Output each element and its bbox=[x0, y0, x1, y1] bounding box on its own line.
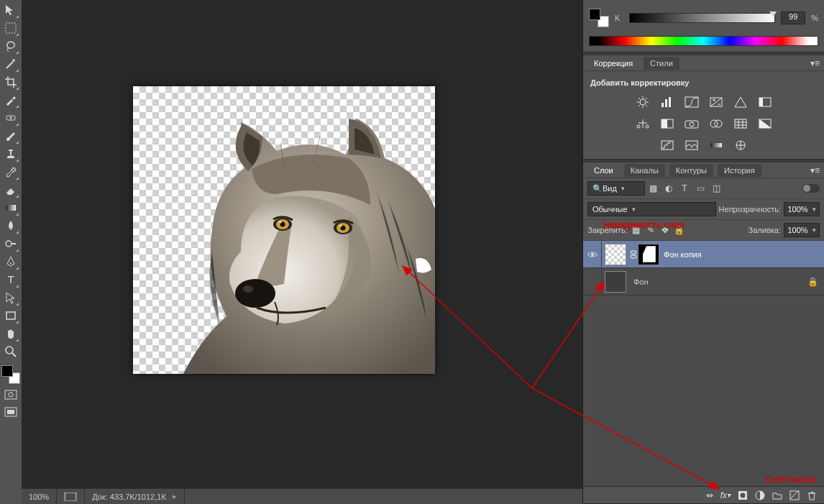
doc-info[interactable]: Док: 433,7K/1012,1K▸ bbox=[85, 489, 185, 504]
channel-mixer-icon[interactable] bbox=[707, 116, 725, 132]
posterize-icon[interactable] bbox=[658, 137, 677, 153]
filter-pixel-icon[interactable]: ▩ bbox=[648, 183, 658, 193]
move-tool[interactable] bbox=[2, 1, 19, 19]
curves-icon[interactable] bbox=[682, 94, 701, 110]
k-slider[interactable] bbox=[629, 13, 775, 23]
layer-thumb[interactable] bbox=[605, 244, 626, 265]
add-mask-icon[interactable] bbox=[738, 490, 748, 500]
color-panel-swatches[interactable] bbox=[589, 9, 609, 27]
layer-filter-kind[interactable]: 🔍 Вид bbox=[587, 181, 645, 196]
selective-color-icon[interactable] bbox=[731, 137, 750, 153]
svg-point-5 bbox=[6, 241, 12, 247]
foreground-color-swatch[interactable] bbox=[1, 365, 13, 377]
opacity-value[interactable]: 100% bbox=[784, 202, 820, 216]
quickmask-toggle[interactable] bbox=[2, 388, 19, 401]
vibrance-icon[interactable] bbox=[731, 94, 750, 110]
layer-name[interactable]: Фон bbox=[633, 278, 649, 286]
screenmode-toggle[interactable] bbox=[2, 406, 19, 418]
tab-styles[interactable]: Стили bbox=[644, 57, 679, 70]
filmstrip-toggle[interactable] bbox=[57, 489, 85, 504]
tab-correction[interactable]: Коррекция bbox=[587, 57, 639, 70]
visibility-toggle[interactable] bbox=[583, 268, 602, 295]
panel-menu-icon[interactable]: ▾≡ bbox=[810, 165, 820, 175]
dodge-tool[interactable] bbox=[2, 235, 19, 252]
exposure-icon[interactable] bbox=[707, 94, 725, 110]
filter-type-icon[interactable]: T bbox=[679, 183, 690, 193]
blur-tool[interactable] bbox=[2, 217, 19, 234]
zoom-tool[interactable] bbox=[2, 343, 19, 360]
clone-stamp-tool[interactable] bbox=[2, 145, 19, 162]
spectrum-ramp[interactable] bbox=[589, 36, 818, 46]
gradient-map-icon[interactable] bbox=[707, 137, 725, 153]
canvas-area[interactable] bbox=[22, 0, 582, 488]
filter-shape-icon[interactable]: ▭ bbox=[695, 183, 705, 193]
fx-icon[interactable]: fx▾ bbox=[720, 490, 731, 500]
brightness-icon[interactable] bbox=[633, 94, 652, 110]
gradient-tool[interactable] bbox=[2, 199, 19, 216]
crop-tool[interactable] bbox=[2, 73, 19, 91]
link-layers-icon[interactable]: ⇔ bbox=[706, 490, 713, 500]
delete-layer-icon[interactable] bbox=[807, 490, 817, 500]
k-value[interactable]: 99 bbox=[781, 12, 805, 24]
tab-layers[interactable]: Слои bbox=[587, 164, 620, 177]
panel-menu-icon[interactable]: ▾≡ bbox=[810, 58, 820, 68]
layer-mask-thumb[interactable] bbox=[638, 244, 659, 265]
new-adjustment-icon[interactable] bbox=[755, 490, 765, 500]
svg-rect-43 bbox=[662, 119, 667, 128]
layer-row-fon[interactable]: Фон 🔒 bbox=[583, 268, 824, 295]
photo-filter-icon[interactable] bbox=[682, 116, 701, 132]
eraser-tool[interactable] bbox=[2, 181, 19, 198]
blend-mode-select[interactable]: Обычные bbox=[587, 202, 716, 216]
fill-value[interactable]: 100% bbox=[784, 223, 820, 237]
lock-all-icon[interactable]: 🔒 bbox=[674, 224, 685, 236]
invert-icon[interactable] bbox=[756, 116, 774, 132]
new-group-icon[interactable] bbox=[772, 490, 782, 500]
history-brush-tool[interactable] bbox=[2, 163, 19, 180]
type-tool[interactable]: T bbox=[2, 271, 19, 288]
color-swatches[interactable] bbox=[1, 365, 20, 384]
lock-label: Закрепить: bbox=[587, 226, 628, 234]
hand-tool[interactable] bbox=[2, 325, 19, 342]
lasso-tool[interactable] bbox=[2, 37, 19, 55]
tab-paths[interactable]: Контуры bbox=[669, 164, 713, 177]
path-select-tool[interactable] bbox=[2, 289, 19, 306]
color-lookup-icon[interactable] bbox=[731, 116, 750, 132]
shape-tool[interactable] bbox=[2, 307, 19, 324]
layer-filter-icons: ▩ ◐ T ▭ ◫ bbox=[648, 183, 721, 193]
magic-wand-tool[interactable] bbox=[2, 55, 19, 73]
brush-tool[interactable] bbox=[2, 127, 19, 145]
levels-icon[interactable] bbox=[658, 94, 677, 110]
threshold-icon[interactable] bbox=[682, 137, 701, 153]
percent-label: % bbox=[811, 14, 818, 22]
filter-adjust-icon[interactable]: ◐ bbox=[664, 183, 674, 193]
layer-name[interactable]: Фон копия bbox=[664, 250, 702, 259]
healing-brush-tool[interactable] bbox=[2, 109, 19, 127]
zoom-level[interactable]: 100% bbox=[22, 489, 57, 504]
lock-transparency-icon[interactable]: ▦ bbox=[631, 224, 642, 236]
svg-rect-10 bbox=[5, 390, 17, 399]
bw-icon[interactable] bbox=[658, 116, 677, 132]
svg-rect-60 bbox=[790, 491, 799, 500]
tab-history[interactable]: История bbox=[718, 164, 761, 177]
layer-thumb[interactable] bbox=[605, 271, 626, 293]
filter-smart-icon[interactable]: ◫ bbox=[711, 183, 721, 193]
svg-rect-4 bbox=[6, 205, 16, 211]
marquee-tool[interactable] bbox=[2, 19, 19, 37]
status-bar: 100% Док: 433,7K/1012,1K▸ bbox=[22, 488, 582, 504]
mask-link-icon[interactable] bbox=[629, 250, 638, 259]
document-window[interactable] bbox=[133, 86, 435, 374]
filter-toggle[interactable] bbox=[802, 184, 820, 193]
lock-position-icon[interactable]: ✥ bbox=[659, 224, 671, 236]
visibility-toggle[interactable] bbox=[583, 241, 602, 267]
svg-line-30 bbox=[646, 105, 647, 106]
hue-sat-icon[interactable] bbox=[756, 94, 774, 110]
tab-channels[interactable]: Каналы bbox=[624, 164, 665, 177]
lock-pixels-icon[interactable]: ✎ bbox=[645, 224, 656, 236]
eyedropper-tool[interactable] bbox=[2, 91, 19, 109]
layer-row-fon-copy[interactable]: Фон копия bbox=[583, 241, 824, 268]
svg-line-31 bbox=[646, 98, 647, 99]
svg-point-24 bbox=[640, 99, 646, 105]
new-layer-icon[interactable] bbox=[789, 490, 800, 500]
pen-tool[interactable] bbox=[2, 253, 19, 270]
color-balance-icon[interactable] bbox=[633, 116, 652, 132]
